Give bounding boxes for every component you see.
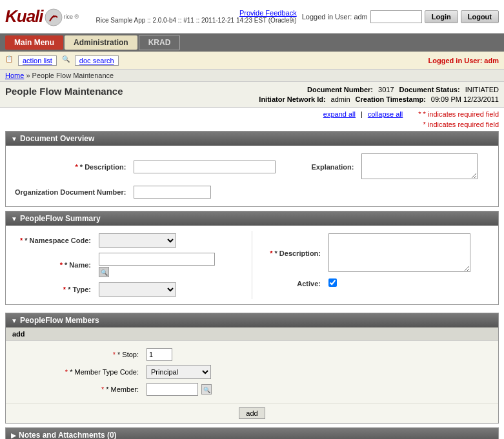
doc-overview-title: Document Overview — [20, 134, 94, 143]
peopleflow-members-section: ▼ PeopleFlow Members add * * Stop: * * M… — [5, 313, 499, 424]
controls-bar: expand all | collapse all * * indicates … — [0, 108, 504, 121]
member-type-select[interactable]: Principal Role Group — [146, 365, 211, 379]
stop-input[interactable] — [146, 348, 172, 361]
active-label: Active: — [260, 276, 325, 291]
org-doc-number-input[interactable] — [134, 186, 211, 199]
description-cell — [130, 151, 293, 183]
required-field-note: * indicates required field — [423, 121, 499, 128]
administration-button[interactable]: Administration — [65, 35, 137, 50]
type-cell: Type 1 Type 2 — [95, 280, 247, 299]
timestamp-label: Creation Timestamp: — [356, 95, 426, 103]
breadcrumb: Home » People Flow Maintenance — [0, 70, 504, 82]
action-list-icon: 📋 — [5, 55, 13, 66]
namespace-cell: KR-NS KR-WKFLW KUALI — [95, 231, 247, 250]
doc-search-icon: 🔍 — [62, 55, 70, 66]
header-center: Provide Feedback Rice Sample App :: 2.0.… — [79, 9, 296, 24]
member-label: * * Member: — [14, 381, 143, 398]
logout-button[interactable]: Logout — [461, 10, 499, 23]
action-list-link[interactable]: action list — [18, 55, 57, 66]
action-bar: 📋 action list 🔍 doc search Logged in Use… — [0, 52, 504, 70]
name-input[interactable] — [99, 253, 215, 266]
active-checkbox[interactable] — [328, 278, 337, 287]
peopleflow-summary-body: * * Namespace Code: KR-NS KR-WKFLW KUALI — [6, 226, 498, 304]
logo-rice: rice ® — [64, 14, 79, 20]
description-required-star: * — [75, 163, 79, 171]
pf-description-textarea[interactable] — [328, 233, 470, 272]
notes-header[interactable]: ▶ Notes and Attachments (0) — [6, 428, 498, 439]
type-label: * * Type: — [11, 280, 95, 299]
page-title: People Flow Maintenance — [5, 86, 123, 97]
login-button[interactable]: Login — [425, 10, 458, 23]
stop-cell — [143, 346, 490, 363]
login-area: Logged in User: adm Login Logout — [302, 10, 499, 23]
doc-search-link[interactable]: doc search — [75, 55, 119, 66]
required-note-text: * indicates required field — [423, 110, 499, 118]
document-overview-body: * * Description: Explanation: Organizati… — [6, 146, 498, 206]
members-add-bar: add — [6, 327, 498, 341]
name-cell: 🔍 — [95, 250, 247, 280]
feedback-link[interactable]: Provide Feedback — [239, 9, 297, 17]
members-add-label: add — [12, 330, 25, 338]
org-doc-number-cell — [130, 183, 293, 201]
peopleflow-summary-section: ▼ PeopleFlow Summary * * Namespace Code: — [5, 211, 499, 305]
login-search-input[interactable] — [370, 10, 422, 23]
members-add-btn-row: add — [6, 403, 498, 423]
description-input[interactable] — [134, 161, 276, 173]
document-overview-header[interactable]: ▼ Document Overview — [6, 132, 498, 146]
description-label: * * Description: — [11, 151, 130, 183]
breadcrumb-current: People Flow Maintenance — [32, 72, 114, 79]
active-cell — [325, 276, 493, 291]
explanation-textarea[interactable] — [361, 153, 478, 179]
pf-summary-arrow-icon: ▼ — [11, 215, 17, 222]
logo-text: Kuali — [5, 6, 43, 26]
pf-summary-right: * * Description: Active: — [260, 231, 493, 291]
pf-summary-left: * * Namespace Code: KR-NS KR-WKFLW KUALI — [11, 231, 247, 299]
explanation-label: Explanation: — [293, 151, 358, 183]
explanation-cell — [358, 151, 493, 183]
peopleflow-members-body: add * * Stop: * * Member Type Code: — [6, 327, 498, 423]
doc-status-value: INITIATED — [465, 86, 499, 93]
member-lookup-icon[interactable]: 🔍 — [201, 384, 212, 395]
members-form-area: * * Stop: * * Member Type Code: Principa… — [6, 341, 498, 403]
notes-title: Notes and Attachments (0) — [19, 431, 117, 439]
namespace-select[interactable]: KR-NS KR-WKFLW KUALI — [99, 233, 176, 248]
pf-summary-form: * * Namespace Code: KR-NS KR-WKFLW KUALI — [11, 231, 493, 299]
action-left: 📋 action list 🔍 doc search — [5, 55, 119, 66]
required-note: * * indicates required field — [418, 110, 499, 118]
peopleflow-summary-header[interactable]: ▼ PeopleFlow Summary — [6, 211, 498, 226]
members-add-button[interactable]: add — [239, 407, 265, 419]
doc-info: Document Number: 3017 Document Status: I… — [259, 86, 499, 103]
doc-overview-form: * * Description: Explanation: Organizati… — [11, 151, 493, 201]
initiator-row: Initiator Network Id: admin Creation Tim… — [259, 95, 499, 103]
pf-members-title: PeopleFlow Members — [20, 316, 99, 325]
namespace-label: * * Namespace Code: — [11, 231, 95, 250]
main-menu-button[interactable]: Main Menu — [5, 35, 63, 50]
krad-button[interactable]: KRAD — [139, 35, 181, 50]
pf-summary-title: PeopleFlow Summary — [20, 214, 101, 223]
pf-description-label: * * Description: — [260, 231, 325, 276]
member-type-cell: Principal Role Group — [143, 363, 490, 381]
doc-number-row: Document Number: 3017 Document Status: I… — [307, 86, 499, 93]
name-label: * * Name: — [11, 250, 95, 280]
expand-all-link[interactable]: expand all — [323, 110, 356, 118]
name-lookup-icon[interactable]: 🔍 — [99, 267, 109, 277]
peopleflow-members-header[interactable]: ▼ PeopleFlow Members — [6, 313, 498, 327]
initiator-value: admin — [331, 95, 350, 103]
doc-status-label: Document Status: — [399, 86, 460, 93]
member-type-label: * * Member Type Code: — [14, 363, 143, 381]
notes-arrow-icon: ▶ — [11, 432, 16, 439]
doc-number-label: Document Number: — [307, 86, 373, 93]
app-info: Rice Sample App :: 2.0.0-b4 :: #11 :: 20… — [96, 17, 297, 24]
type-select[interactable]: Type 1 Type 2 — [99, 282, 176, 297]
home-link[interactable]: Home — [5, 72, 24, 79]
pf-description-cell — [325, 231, 493, 276]
nav-bar: Main Menu Administration KRAD — [0, 34, 504, 52]
collapse-all-link[interactable]: collapse all — [368, 110, 403, 118]
members-form-table: * * Stop: * * Member Type Code: Principa… — [14, 346, 490, 398]
initiator-label: Initiator Network Id: — [259, 95, 325, 103]
controls-separator: | — [361, 110, 363, 118]
org-doc-number-label: Organization Document Number: — [11, 183, 130, 201]
logo-swoosh-icon — [45, 8, 63, 26]
logged-in-header: Logged in User: adm — [302, 13, 368, 21]
member-input[interactable] — [146, 383, 198, 396]
